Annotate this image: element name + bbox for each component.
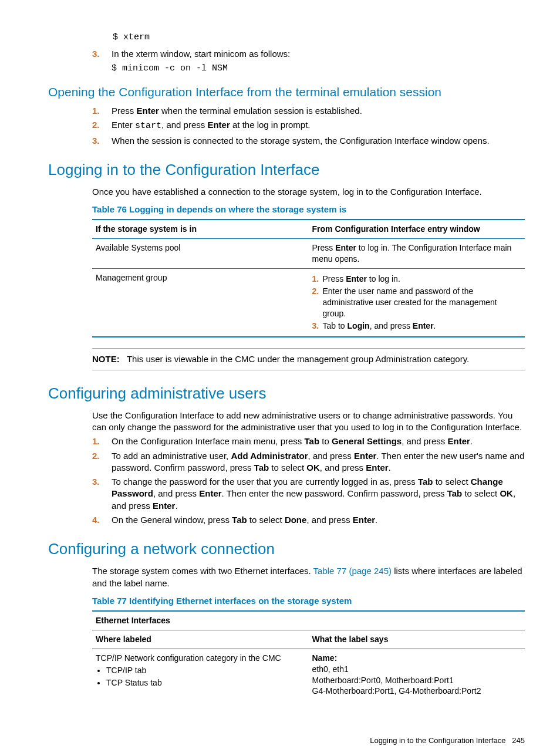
- table-header: From Configuration Interface entry windo…: [309, 220, 525, 238]
- step-text: Enter start, and press Enter at the log …: [112, 120, 311, 130]
- page-footer: Logging in to the Configuration Interfac…: [48, 735, 525, 746]
- list-item: 3.Tab to Login, and press Enter.: [312, 320, 522, 332]
- open-steps: 1. Press Enter when the terminal emulati…: [92, 105, 525, 147]
- list-item: 2. Enter start, and press Enter at the l…: [92, 119, 525, 132]
- list-item: 4. On the General window, press Tab to s…: [92, 514, 525, 526]
- list-item: 3. In the xterm window, start minicom as…: [92, 48, 525, 75]
- step-number: 3.: [92, 476, 100, 488]
- list-item: TCP Status tab: [106, 677, 305, 688]
- list-item: 1. Press Enter when the terminal emulati…: [92, 105, 525, 117]
- code-line: $ minicom -c on -l NSM: [112, 63, 525, 75]
- step-text: In the xterm window, start minicom as fo…: [112, 49, 290, 59]
- step-number: 1.: [92, 105, 100, 117]
- table-header: What the label says: [309, 630, 525, 649]
- step-number: 1.: [92, 436, 100, 447]
- sub-list: 1.Press Enter to log in. 2.Enter the use…: [312, 274, 522, 331]
- step-text: On the General window, press Tab to sele…: [112, 515, 377, 525]
- step-number: 2.: [92, 119, 100, 131]
- table-group-header: Ethernet Interfaces: [92, 611, 525, 630]
- table-77-caption: Table 77 Identifying Ethernet interfaces…: [92, 595, 525, 607]
- list-item: 2.Enter the user name and password of th…: [312, 286, 522, 319]
- paragraph: Once you have established a connection t…: [92, 186, 525, 198]
- admin-steps: 1. On the Configuration Interface main m…: [92, 436, 525, 526]
- table-cell: Available Systems pool: [92, 239, 309, 269]
- top-step-list: 3. In the xterm window, start minicom as…: [92, 48, 525, 75]
- bullet-list: TCP/IP tab TCP Status tab: [96, 665, 305, 688]
- table-77: Ethernet Interfaces Where labeled What t…: [92, 610, 525, 700]
- list-item: TCP/IP tab: [106, 665, 305, 676]
- step-text: Press Enter when the terminal emulation …: [112, 106, 362, 116]
- step-text: To change the password for the user that…: [112, 477, 515, 511]
- step-text: On the Configuration Interface main menu…: [112, 436, 473, 446]
- table-cell: Management group: [92, 269, 309, 337]
- table-cell: Press Enter to log in. The Configuration…: [309, 239, 525, 269]
- paragraph: Use the Configuration Interface to add n…: [92, 410, 525, 434]
- table-cell: 1.Press Enter to log in. 2.Enter the use…: [309, 269, 525, 337]
- list-item: 3. When the session is connected to the …: [92, 135, 525, 147]
- footer-title: Logging in to the Configuration Interfac…: [370, 736, 505, 745]
- step-text: To add an administrative user, Add Admin…: [112, 451, 524, 472]
- step-number: 3.: [92, 135, 100, 147]
- paragraph: The storage system comes with two Ethern…: [92, 565, 525, 589]
- step-number: 2.: [92, 450, 100, 462]
- list-item: 2. To add an administrative user, Add Ad…: [92, 450, 525, 474]
- heading-network: Configuring a network connection: [48, 539, 525, 559]
- list-item: 1.Press Enter to log in.: [312, 274, 522, 285]
- heading-admin-users: Configuring administrative users: [48, 383, 525, 404]
- table-77-link[interactable]: Table 77 (page 245): [313, 566, 392, 576]
- note-text: This user is viewable in the CMC under t…: [127, 354, 469, 364]
- note-label: NOTE:: [92, 354, 120, 364]
- table-header: If the storage system is in: [92, 220, 309, 238]
- code-line: $ xterm: [113, 32, 525, 43]
- list-item: 1. On the Configuration Interface main m…: [92, 436, 525, 447]
- page-number: 245: [512, 736, 525, 745]
- table-cell: TCP/IP Network configuration category in…: [92, 649, 309, 700]
- heading-opening-config: Opening the Configuration Interface from…: [48, 84, 525, 100]
- table-header: Where labeled: [92, 630, 309, 649]
- note-block: NOTE: This user is viewable in the CMC u…: [92, 348, 525, 370]
- table-76: If the storage system is in From Configu…: [92, 219, 525, 337]
- heading-logging-in: Logging in to the Configuration Interfac…: [48, 160, 525, 180]
- step-number: 4.: [92, 514, 100, 526]
- table-76-caption: Table 76 Logging in depends on where the…: [92, 204, 525, 215]
- list-item: 3. To change the password for the user t…: [92, 476, 525, 512]
- table-cell: Name: eth0, eth1 Motherboard:Port0, Moth…: [309, 649, 525, 700]
- step-number: 3.: [92, 48, 100, 60]
- step-text: When the session is connected to the sto…: [112, 136, 490, 146]
